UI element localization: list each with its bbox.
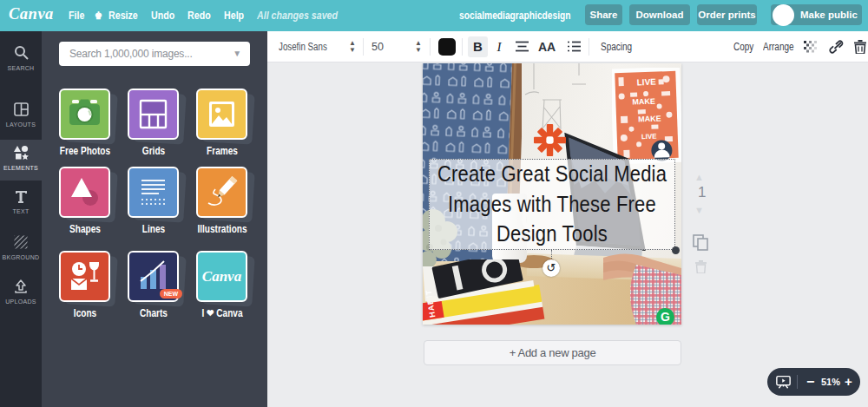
svg-text:MAKE: MAKE [632, 97, 655, 107]
svg-text:LIVE: LIVE [636, 77, 656, 88]
